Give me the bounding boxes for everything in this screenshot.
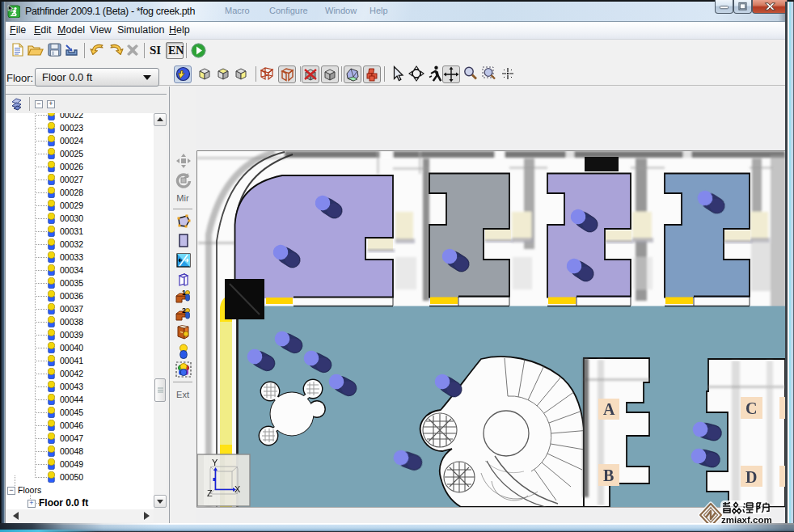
svg-text:C: C: [745, 399, 757, 417]
svg-text:D: D: [745, 468, 757, 486]
svg-text:B: B: [603, 467, 614, 484]
svg-text:X: X: [234, 484, 241, 494]
svg-text:Y: Y: [212, 458, 218, 467]
svg-text:Z: Z: [207, 488, 213, 498]
svg-text:A: A: [603, 400, 615, 418]
